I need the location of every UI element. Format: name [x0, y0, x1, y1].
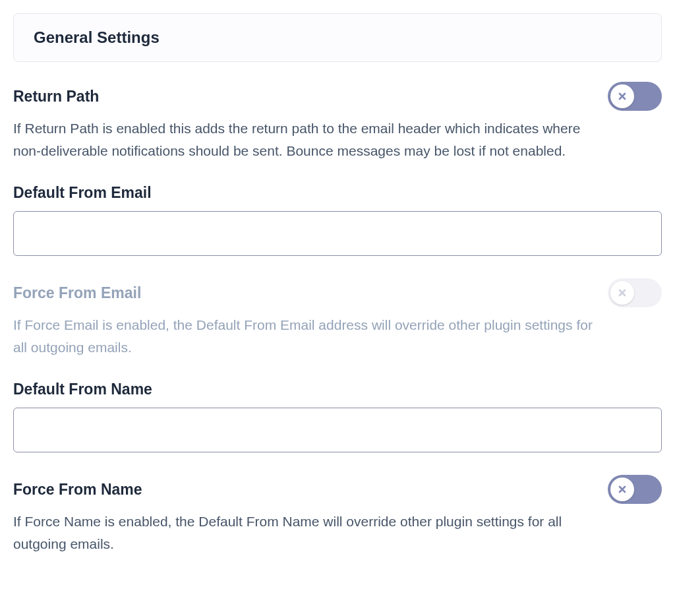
close-icon	[617, 484, 628, 495]
force-from-name-setting: Force From Name If Force Name is enabled…	[13, 475, 662, 555]
force-from-email-setting: Force From Email If Force Email is enabl…	[13, 278, 662, 358]
default-from-name-input[interactable]	[13, 408, 662, 452]
force-from-name-label: Force From Name	[13, 481, 142, 499]
force-from-email-header: Force From Email	[13, 278, 662, 307]
return-path-setting: Return Path If Return Path is enabled th…	[13, 82, 662, 162]
toggle-knob	[610, 281, 634, 305]
default-from-email-label: Default From Email	[13, 184, 662, 202]
return-path-description: If Return Path is enabled this adds the …	[13, 117, 593, 162]
return-path-header: Return Path	[13, 82, 662, 111]
close-icon	[617, 91, 628, 102]
toggle-knob	[610, 84, 634, 108]
default-from-email-setting: Default From Email	[13, 184, 662, 256]
default-from-name-setting: Default From Name	[13, 381, 662, 452]
force-from-email-description: If Force Email is enabled, the Default F…	[13, 314, 593, 358]
force-from-name-toggle[interactable]	[608, 475, 662, 504]
force-from-name-description: If Force Name is enabled, the Default Fr…	[13, 510, 593, 555]
force-from-email-label: Force From Email	[13, 284, 141, 302]
default-from-name-label: Default From Name	[13, 381, 662, 398]
toggle-knob	[610, 477, 634, 501]
panel-title: General Settings	[34, 28, 641, 47]
default-from-email-input[interactable]	[13, 211, 662, 256]
close-icon	[617, 288, 628, 298]
force-from-name-header: Force From Name	[13, 475, 662, 504]
force-from-email-toggle	[608, 278, 662, 307]
general-settings-header: General Settings	[13, 13, 662, 62]
return-path-label: Return Path	[13, 88, 99, 106]
return-path-toggle[interactable]	[608, 82, 662, 111]
